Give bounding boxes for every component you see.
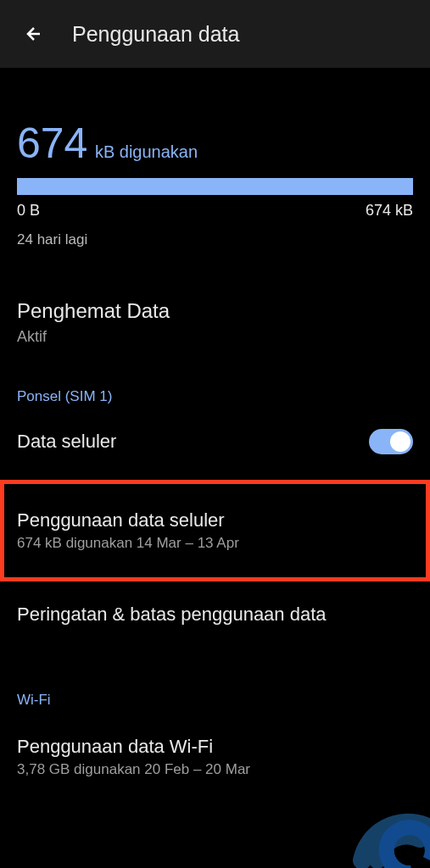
progress-max: 674 kB — [366, 202, 413, 220]
usage-progress-bar — [17, 178, 413, 195]
data-saver-status: Aktif — [17, 328, 413, 346]
data-warning-item[interactable]: Peringatan & batas penggunaan data — [17, 592, 413, 641]
toggle-knob — [390, 431, 410, 452]
wifi-usage-subtitle: 3,78 GB digunakan 20 Feb – 20 Mar — [17, 761, 413, 778]
page-title: Penggunaan data — [72, 22, 239, 47]
usage-amount: 674 — [17, 120, 87, 167]
data-saver-item[interactable]: Penghemat Data Aktif — [17, 299, 413, 346]
cellular-usage-subtitle: 674 kB digunakan 14 Mar – 13 Apr — [17, 535, 413, 552]
usage-unit: kB digunakan — [95, 142, 198, 161]
progress-labels: 0 B 674 kB — [17, 202, 413, 220]
progress-min: 0 B — [17, 202, 40, 220]
cellular-usage-item[interactable]: Penggunaan data seluler 674 kB digunakan… — [0, 480, 430, 581]
content-area: 674 kB digunakan 0 B 674 kB 24 hari lagi… — [0, 68, 430, 807]
cellular-data-toggle-row: Data seluler — [17, 420, 413, 463]
watermark-logo — [311, 780, 430, 868]
wifi-usage-title: Penggunaan data Wi-Fi — [17, 736, 413, 758]
back-icon[interactable] — [17, 17, 51, 51]
cellular-usage-title: Penggunaan data seluler — [17, 509, 413, 531]
cellular-toggle-label: Data seluler — [17, 431, 116, 453]
cellular-section-header: Ponsel (SIM 1) — [17, 388, 413, 405]
data-saver-title: Penghemat Data — [17, 299, 413, 323]
cellular-data-toggle[interactable] — [369, 429, 413, 454]
data-warning-title: Peringatan & batas penggunaan data — [17, 604, 413, 626]
days-left-label: 24 hari lagi — [17, 231, 413, 248]
usage-summary: 674 kB digunakan — [17, 119, 413, 168]
wifi-section-header: Wi-Fi — [17, 692, 413, 709]
app-header: Penggunaan data — [0, 0, 430, 68]
